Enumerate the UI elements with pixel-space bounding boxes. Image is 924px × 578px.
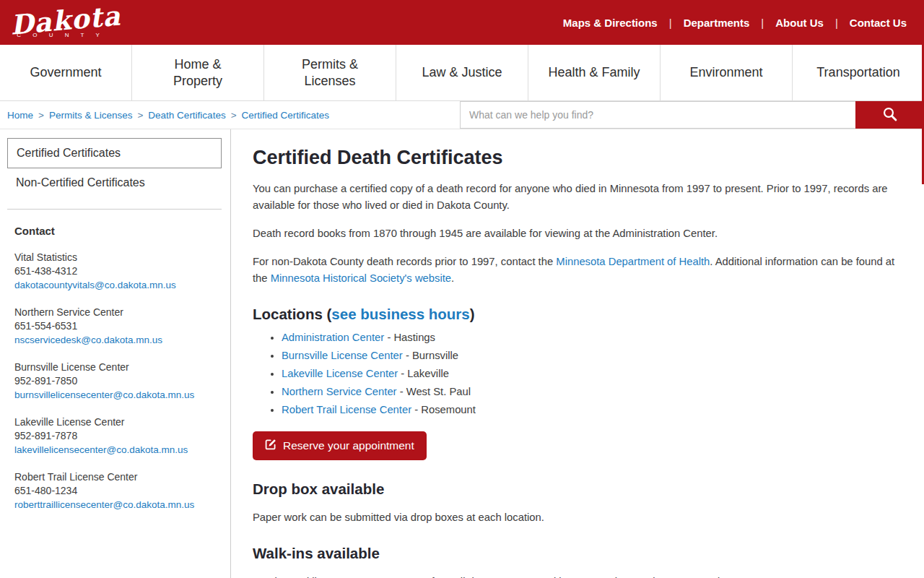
locations-list: Administration Center - Hastings Burnsvi…	[253, 330, 899, 417]
location-city: - Hastings	[384, 332, 435, 343]
contact-phone: 952-891-7850	[14, 374, 222, 388]
contact-name: Lakeville License Center	[14, 415, 222, 429]
contact-phone: 651-554-6531	[14, 319, 222, 333]
business-hours-link[interactable]: see business hours	[331, 306, 469, 322]
nav-item-environment[interactable]: Environment	[661, 45, 793, 100]
walkins-heading: Walk-ins available	[253, 545, 899, 562]
utility-nav-departments[interactable]: Departments	[682, 14, 751, 32]
contact-name: Northern Service Center	[14, 306, 222, 319]
paragraph-text: .	[451, 272, 454, 284]
edit-icon	[265, 439, 276, 453]
nav-item-government[interactable]: Government	[0, 45, 132, 100]
heading-text: Locations (	[253, 306, 331, 322]
sidebar-item-non-certified-certificates[interactable]: Non-Certified Certificates	[7, 168, 222, 197]
sidebar-divider	[7, 209, 222, 210]
utility-nav-separator: |	[669, 17, 672, 29]
nav-item-home-property[interactable]: Home & Property	[132, 45, 264, 100]
page: Dakota C O U N T Y Maps & Directions | D…	[0, 0, 924, 578]
contact-name: Robert Trail License Center	[14, 470, 222, 484]
utility-nav-maps-directions[interactable]: Maps & Directions	[562, 14, 659, 32]
utility-nav-contact-us[interactable]: Contact Us	[848, 14, 908, 32]
logo-wordmark: Dakota	[9, 1, 122, 39]
nav-item-law-justice[interactable]: Law & Justice	[396, 45, 528, 100]
nav-item-permits-licenses[interactable]: Permits & Licenses	[264, 45, 396, 100]
breadcrumb-separator: >	[231, 110, 237, 121]
heading-text: )	[470, 306, 475, 322]
contact-entry-burnsville-license-center: Burnsville License Center 952-891-7850 b…	[7, 361, 222, 402]
search-button[interactable]	[855, 101, 924, 129]
contact-entry-vital-statistics: Vital Statistics 651-438-4312 dakotacoun…	[7, 251, 222, 292]
top-header: Dakota C O U N T Y Maps & Directions | D…	[0, 0, 924, 45]
contact-phone: 651-438-4312	[14, 264, 222, 278]
contact-entry-robert-trail-license-center: Robert Trail License Center 651-480-1234…	[7, 470, 222, 512]
breadcrumb: Home > Permits & Licenses > Death Certif…	[0, 101, 460, 129]
primary-nav: Government Home & Property Permits & Lic…	[0, 45, 924, 101]
mdh-link[interactable]: Minnesota Department of Health	[556, 256, 710, 267]
contact-email-link[interactable]: burnsvillelicensecenter@co.dakota.mn.us	[14, 388, 222, 402]
contact-phone: 651-480-1234	[14, 484, 222, 498]
utility-nav-separator: |	[835, 17, 838, 29]
list-item: Burnsville License Center - Burnsville	[282, 348, 899, 363]
lakeville-license-center-link[interactable]: Lakeville License Center	[282, 368, 398, 379]
breadcrumb-home[interactable]: Home	[7, 110, 33, 121]
breadcrumb-search-row: Home > Permits & Licenses > Death Certif…	[0, 101, 924, 129]
search-icon	[882, 106, 898, 124]
breadcrumb-certified-certificates[interactable]: Certified Certificates	[242, 110, 330, 121]
robert-trail-license-center-link[interactable]: Robert Trail License Center	[282, 404, 411, 415]
paragraph-text: For non-Dakota County death records prio…	[253, 256, 556, 267]
breadcrumb-death-certificates[interactable]: Death Certificates	[148, 110, 225, 121]
northern-service-center-link[interactable]: Northern Service Center	[282, 386, 397, 397]
walkins-paragraph: Service and license centers are open for…	[253, 574, 899, 578]
locations-heading: Locations (see business hours)	[253, 306, 899, 323]
list-item: Lakeville License Center - Lakeville	[282, 366, 899, 381]
button-label: Reserve your appointment	[283, 439, 414, 452]
content-area: Certified Certificates Non-Certified Cer…	[0, 129, 924, 578]
county-logo[interactable]: Dakota C O U N T Y	[0, 7, 130, 39]
search-input[interactable]	[460, 101, 855, 129]
burnsville-license-center-link[interactable]: Burnsville License Center	[282, 350, 403, 361]
utility-nav-about-us[interactable]: About Us	[774, 14, 825, 32]
contact-name: Burnsville License Center	[14, 361, 222, 374]
contact-name: Vital Statistics	[14, 251, 222, 264]
list-item: Robert Trail License Center - Rosemount	[282, 402, 899, 417]
contact-email-link[interactable]: dakotacountyvitals@co.dakota.mn.us	[14, 278, 222, 292]
sidebar-item-certified-certificates[interactable]: Certified Certificates	[7, 138, 222, 168]
left-sidebar: Certified Certificates Non-Certified Cer…	[0, 129, 231, 578]
contact-heading: Contact	[7, 225, 222, 237]
contact-email-link[interactable]: nscservicedesk@co.dakota.mn.us	[14, 333, 222, 347]
record-books-paragraph: Death record books from 1870 through 194…	[253, 225, 899, 242]
contact-entry-lakeville-license-center: Lakeville License Center 952-891-7878 la…	[7, 415, 222, 457]
location-city: - Lakeville	[398, 368, 449, 379]
utility-nav: Maps & Directions | Departments | About …	[562, 14, 924, 32]
breadcrumb-permits-licenses[interactable]: Permits & Licenses	[49, 110, 133, 121]
non-dakota-paragraph: For non-Dakota County death records prio…	[253, 254, 899, 287]
mnhs-link[interactable]: Minnesota Historical Society's website	[271, 272, 451, 284]
location-city: - Rosemount	[411, 404, 476, 415]
main-content: Certified Death Certificates You can pur…	[231, 129, 924, 578]
contact-phone: 952-891-7878	[14, 429, 222, 443]
dropbox-heading: Drop box available	[253, 480, 899, 498]
intro-paragraph: You can purchase a certified copy of a d…	[253, 181, 899, 214]
contact-email-link[interactable]: lakevillelicensecenter@co.dakota.mn.us	[14, 443, 222, 457]
page-title: Certified Death Certificates	[253, 147, 899, 169]
administration-center-link[interactable]: Administration Center	[282, 332, 384, 343]
nav-item-health-family[interactable]: Health & Family	[528, 45, 661, 100]
dropbox-paragraph: Paper work can be submitted via drop box…	[253, 509, 899, 526]
contact-entry-northern-service-center: Northern Service Center 651-554-6531 nsc…	[7, 306, 222, 347]
contact-email-link[interactable]: roberttraillicensecenter@co.dakota.mn.us	[14, 498, 222, 512]
reserve-appointment-button[interactable]: Reserve your appointment	[253, 431, 427, 460]
breadcrumb-separator: >	[38, 110, 44, 121]
list-item: Administration Center - Hastings	[282, 330, 899, 345]
list-item: Northern Service Center - West St. Paul	[282, 384, 899, 399]
breadcrumb-separator: >	[137, 110, 143, 121]
nav-item-transportation[interactable]: Transportation	[793, 45, 924, 100]
location-city: - West St. Paul	[397, 386, 471, 397]
location-city: - Burnsville	[403, 350, 458, 361]
utility-nav-separator: |	[761, 17, 764, 29]
